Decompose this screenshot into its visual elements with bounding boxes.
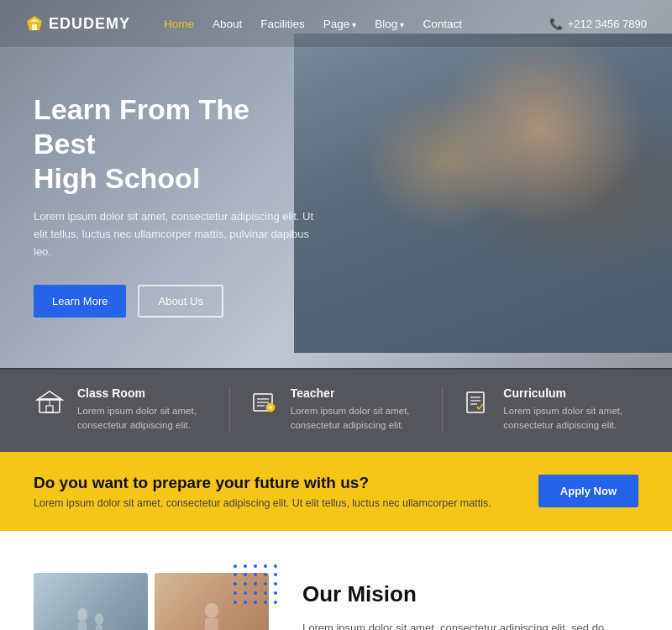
cta-desc: Lorem ipsum dolor sit amet, consectetur … [34, 497, 491, 509]
hero-section: EDUDEMY Home About Facilities Page▾ Blog… [0, 0, 672, 370]
svg-rect-19 [78, 622, 87, 631]
features-bar: Class Room Lorem ipsum dolor sit amet, c… [0, 368, 672, 452]
feature-curriculum: Curriculum Lorem ipsum dolor sit amet, c… [443, 386, 638, 433]
mission-content: Our Mision Lorem ipsum dolor sit amet, c… [302, 573, 638, 631]
mission-images: // dots rendered below via JS [34, 573, 269, 631]
svg-rect-24 [205, 618, 218, 631]
hero-description: Lorem ipsum dolor sit amet, consectetur … [34, 208, 319, 260]
curriculum-text: Curriculum Lorem ipsum dolor sit amet, c… [503, 386, 638, 433]
phone-icon: 📞 [549, 18, 563, 30]
mission-description: Lorem ipsum dolor sit amet, consectetur … [302, 619, 638, 631]
classroom-title: Class Room [77, 386, 213, 400]
feature-teacher: Teacher Lorem ipsum dolor sit amet, cons… [230, 386, 444, 433]
teacher-desc: Lorem ipsum dolor sit amet, consectetur … [291, 404, 426, 433]
cta-title: Do you want to prepare your future with … [34, 474, 491, 492]
curriculum-desc: Lorem ipsum dolor sit amet, consectetur … [503, 404, 638, 433]
nav-link-home[interactable]: Home [164, 18, 194, 30]
nav-link-blog[interactable]: Blog▾ [375, 18, 404, 30]
page-dropdown-arrow: ▾ [352, 20, 356, 29]
classroom-desc: Lorem ipsum dolor sit amet, consectetur … [77, 404, 213, 433]
svg-point-23 [205, 603, 218, 618]
classroom-text: Class Room Lorem ipsum dolor sit amet, c… [77, 386, 213, 433]
svg-rect-14 [467, 392, 484, 412]
svg-rect-21 [96, 625, 102, 631]
brand-logo[interactable]: EDUDEMY [25, 14, 130, 33]
curriculum-title: Curriculum [503, 386, 638, 400]
teacher-title: Teacher [291, 386, 426, 400]
nav-link-contact[interactable]: Contact [423, 18, 462, 30]
mission-section: // dots rendered below via JS [0, 531, 672, 631]
nav-item-facilities[interactable]: Facilities [260, 16, 305, 31]
nav-link-facilities[interactable]: Facilities [260, 18, 305, 30]
cta-banner: Do you want to prepare your future with … [0, 452, 672, 531]
cta-text: Do you want to prepare your future with … [34, 474, 491, 509]
teacher-text: Teacher Lorem ipsum dolor sit amet, cons… [291, 386, 426, 433]
mission-title: Our Mision [302, 581, 638, 607]
apply-now-button[interactable]: Apply Now [538, 475, 638, 507]
teacher-icon [247, 386, 279, 418]
navbar: EDUDEMY Home About Facilities Page▾ Blog… [0, 0, 672, 47]
curriculum-icon [459, 386, 491, 418]
hero-content: Learn From The BestHigh School Lorem ips… [0, 0, 353, 318]
svg-rect-5 [46, 406, 53, 412]
blog-dropdown-arrow: ▾ [400, 20, 404, 29]
nav-item-blog[interactable]: Blog▾ [375, 16, 404, 31]
nav-link-page[interactable]: Page▾ [323, 18, 357, 30]
hero-title: Learn From The BestHigh School [34, 92, 319, 195]
classroom-icon [34, 386, 66, 418]
nav-item-contact[interactable]: Contact [423, 16, 462, 31]
feature-classroom: Class Room Lorem ipsum dolor sit amet, c… [34, 386, 230, 433]
hero-buttons: Learn More About Us [34, 285, 319, 318]
svg-point-20 [95, 613, 103, 625]
learn-more-button[interactable]: Learn More [34, 285, 126, 318]
svg-rect-1 [32, 24, 37, 30]
nav-links: Home About Facilities Page▾ Blog▾ Contac… [164, 16, 462, 31]
nav-item-home[interactable]: Home [164, 16, 194, 31]
nav-phone: 📞 +212 3456 7890 [549, 18, 647, 30]
phone-number: +212 3456 7890 [568, 18, 647, 30]
about-us-button[interactable]: About Us [138, 285, 223, 318]
nav-item-about[interactable]: About [213, 16, 242, 31]
svg-point-18 [77, 608, 87, 622]
mission-img-school [34, 573, 148, 631]
nav-link-about[interactable]: About [213, 18, 242, 30]
logo-icon [25, 14, 44, 33]
brand-name: EDUDEMY [49, 15, 130, 33]
dot-pattern-top: // dots rendered below via JS [234, 564, 276, 606]
nav-item-page[interactable]: Page▾ [323, 16, 357, 31]
